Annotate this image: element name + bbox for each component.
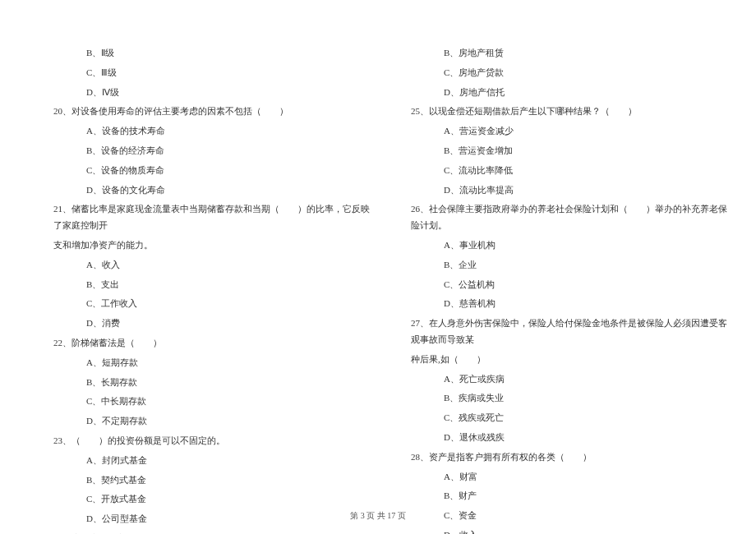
option: B、企业 xyxy=(386,257,727,274)
option: B、疾病或失业 xyxy=(386,390,727,407)
question-27-cont: 种后果,如（ ） xyxy=(386,352,727,368)
question-28: 28、资产是指客户拥有所有权的各类（ ） xyxy=(386,449,727,466)
option: D、慈善机构 xyxy=(386,296,727,312)
option: A、财富 xyxy=(386,469,727,486)
option: D、收入 xyxy=(386,527,727,534)
option: D、设备的文化寿命 xyxy=(29,182,370,199)
option: B、契约式基金 xyxy=(29,472,370,489)
left-column: B、Ⅱ级 C、Ⅲ级 D、Ⅳ级 20、对设备使用寿命的评估主要考虑的因素不包括（ … xyxy=(29,45,370,534)
option: A、营运资金减少 xyxy=(386,123,727,140)
question-23: 23、（ ）的投资份额是可以不固定的。 xyxy=(29,433,370,449)
option: A、收入 xyxy=(29,257,370,274)
question-27: 27、在人身意外伤害保险中，保险人给付保险金地条件是被保险人必须因遭受客观事故而… xyxy=(386,315,727,348)
option: C、工作收入 xyxy=(29,296,370,312)
option: D、房地产信托 xyxy=(386,85,727,101)
question-21-cont: 支和增加净资产的能力。 xyxy=(29,237,370,254)
question-21: 21、储蓄比率是家庭现金流量表中当期储蓄存款和当期（ ）的比率，它反映了家庭控制… xyxy=(29,201,370,234)
option: D、消费 xyxy=(29,315,370,332)
question-24: 24、房地产投资方式不包括（ ） xyxy=(29,531,370,534)
option: C、公益机构 xyxy=(386,277,727,293)
question-25: 25、以现金偿还短期借款后产生以下哪种结果？（ ） xyxy=(386,104,727,120)
option: B、支出 xyxy=(29,277,370,293)
option: B、财产 xyxy=(386,488,727,504)
option: C、流动比率降低 xyxy=(386,163,727,179)
option: B、房地产租赁 xyxy=(386,45,727,62)
option: A、短期存款 xyxy=(29,355,370,371)
right-column: B、房地产租赁 C、房地产贷款 D、房地产信托 25、以现金偿还短期借款后产生以… xyxy=(386,45,727,534)
option: B、长期存款 xyxy=(29,375,370,391)
question-20: 20、对设备使用寿命的评估主要考虑的因素不包括（ ） xyxy=(29,104,370,120)
option: B、营运资金增加 xyxy=(386,143,727,159)
page-container: B、Ⅱ级 C、Ⅲ级 D、Ⅳ级 20、对设备使用寿命的评估主要考虑的因素不包括（ … xyxy=(0,0,756,534)
option: B、设备的经济寿命 xyxy=(29,143,370,159)
option: A、设备的技术寿命 xyxy=(29,123,370,140)
option: C、设备的物质寿命 xyxy=(29,163,370,179)
option: C、开放式基金 xyxy=(29,491,370,508)
option: D、退休或残疾 xyxy=(386,430,727,446)
option: B、Ⅱ级 xyxy=(29,45,370,62)
question-26: 26、社会保障主要指政府举办的养老社会保险计划和（ ）举办的补充养老保险计划。 xyxy=(386,201,727,234)
option: D、Ⅳ级 xyxy=(29,85,370,101)
option: A、封闭式基金 xyxy=(29,453,370,469)
option: D、流动比率提高 xyxy=(386,182,727,199)
question-22: 22、阶梯储蓄法是（ ） xyxy=(29,335,370,352)
page-footer: 第 3 页 共 17 页 xyxy=(0,510,756,522)
option: C、中长期存款 xyxy=(29,394,370,410)
option: A、事业机构 xyxy=(386,237,727,254)
option: C、残疾或死亡 xyxy=(386,410,727,426)
option: A、死亡或疾病 xyxy=(386,371,727,388)
option: D、不定期存款 xyxy=(29,413,370,430)
option: C、房地产贷款 xyxy=(386,65,727,81)
option: C、Ⅲ级 xyxy=(29,65,370,81)
